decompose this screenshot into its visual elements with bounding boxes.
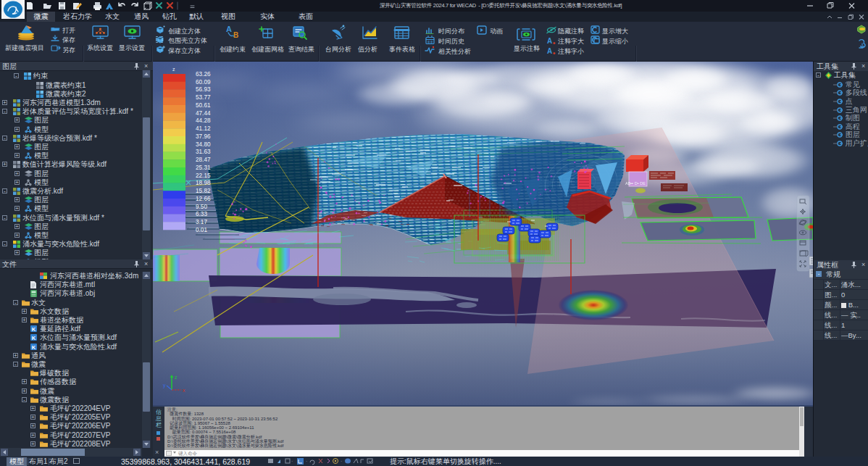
svg-text:x: x [183,388,185,393]
svg-text:B: B [233,31,238,39]
svg-text:A: A [547,37,552,45]
svg-text:28.47: 28.47 [196,157,211,163]
svg-text:50.61: 50.61 [196,102,211,109]
svg-text:z: z [172,67,175,72]
svg-text:44.28: 44.28 [196,117,211,124]
svg-text:3.17: 3.17 [196,219,207,225]
svg-text:60.09: 60.09 [196,79,211,86]
svg-text:0.01: 0.01 [196,227,207,233]
svg-text:12.66: 12.66 [196,196,211,202]
svg-text:·: · [291,459,293,464]
svg-text:56.93: 56.93 [196,86,211,93]
svg-text:15.82: 15.82 [196,188,211,194]
svg-text:A: A [547,47,552,55]
svg-text:47.44: 47.44 [196,110,211,117]
svg-text:63.26: 63.26 [196,71,211,78]
svg-text:25.31: 25.31 [196,165,211,171]
svg-text:K: K [32,344,36,351]
svg-text:41.12: 41.12 [196,125,211,132]
svg-text:34.80: 34.80 [196,141,211,148]
svg-text:K: K [32,335,36,341]
svg-text:31.63: 31.63 [196,149,211,155]
svg-text:6.33: 6.33 [196,211,207,217]
svg-text:y: y [163,383,166,388]
svg-text:9.50: 9.50 [196,204,207,210]
svg-text:A: A [226,25,232,33]
svg-text:K: K [32,326,36,333]
svg-text:53.77: 53.77 [196,94,211,101]
svg-text:37.96: 37.96 [196,133,211,140]
svg-text:·: · [341,459,342,464]
svg-text:·: · [306,459,307,464]
svg-text:22.15: 22.15 [196,172,211,179]
svg-text:18.98: 18.98 [196,180,211,186]
svg-text:z: z [175,375,178,380]
svg-text:AB▪▪ D• DE: AB▪▪ D• DE [625,181,646,186]
